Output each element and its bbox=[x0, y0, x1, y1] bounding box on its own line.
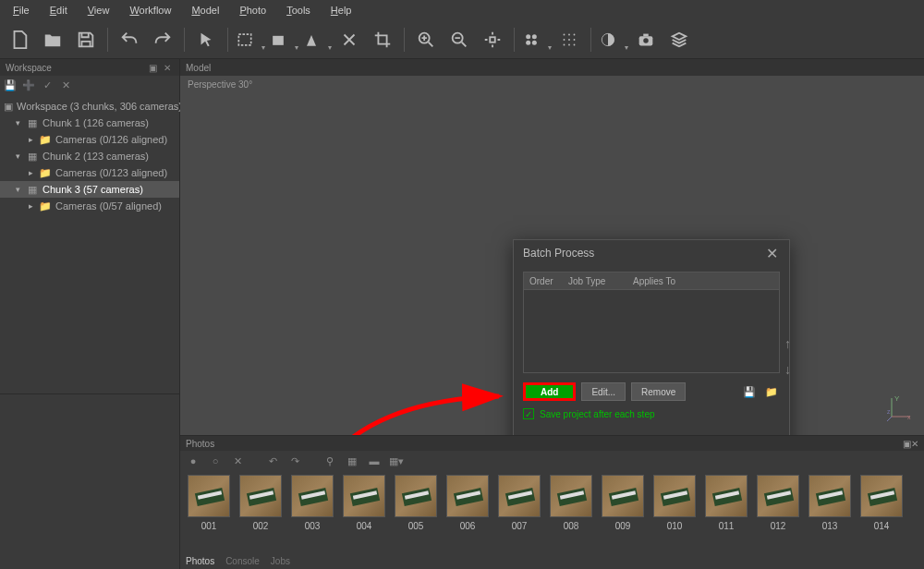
tab-jobs[interactable]: Jobs bbox=[271, 556, 290, 566]
svg-text:z: z bbox=[887, 408, 891, 415]
thumbnail[interactable]: 007 bbox=[498, 475, 541, 531]
col-jobtype[interactable]: Job Type bbox=[563, 276, 627, 286]
view-mode-icon[interactable] bbox=[522, 26, 550, 54]
menu-model[interactable]: Model bbox=[182, 2, 228, 18]
rotate-tool-icon[interactable] bbox=[302, 26, 330, 54]
menu-help[interactable]: Help bbox=[322, 2, 361, 18]
svg-point-17 bbox=[574, 43, 576, 45]
open-folder-icon[interactable] bbox=[39, 26, 67, 54]
thumbnail[interactable]: 003 bbox=[291, 475, 334, 531]
mini-close-icon[interactable]: ✕ bbox=[59, 79, 72, 91]
viewport[interactable]: Model Perspective 30° Y x z Batch Proces… bbox=[180, 59, 924, 569]
dock-icon[interactable]: ▣ bbox=[146, 61, 159, 74]
col-order[interactable]: Order bbox=[524, 276, 563, 286]
thumbnail[interactable]: 005 bbox=[395, 475, 437, 531]
tab-photos[interactable]: Photos bbox=[186, 556, 214, 566]
zoom-out-icon[interactable] bbox=[445, 26, 473, 54]
menu-workflow[interactable]: Workflow bbox=[120, 2, 180, 18]
job-list[interactable] bbox=[523, 290, 780, 373]
dialog-close-icon[interactable]: ✕ bbox=[763, 245, 780, 261]
menu-tools[interactable]: Tools bbox=[277, 2, 320, 18]
tab-console[interactable]: Console bbox=[225, 556, 260, 566]
thumbnail[interactable]: 014 bbox=[860, 475, 903, 531]
menu-photo[interactable]: Photo bbox=[230, 2, 275, 18]
save-icon[interactable] bbox=[72, 26, 100, 54]
mini-save-icon[interactable]: 💾 bbox=[4, 79, 17, 91]
checkbox-icon[interactable]: ✓ bbox=[523, 408, 534, 419]
save-list-icon[interactable]: 💾 bbox=[741, 384, 758, 399]
point-cloud-icon[interactable] bbox=[555, 26, 583, 54]
selection-rect-icon[interactable] bbox=[236, 26, 263, 54]
dock-icon[interactable]: ▣ bbox=[903, 439, 911, 449]
menu-edit[interactable]: Edit bbox=[41, 2, 77, 18]
caret-icon[interactable]: ▸ bbox=[26, 135, 35, 144]
move-down-icon[interactable]: ↓ bbox=[784, 362, 791, 377]
save-after-step-row[interactable]: ✓ Save project after each step bbox=[523, 408, 780, 419]
camera-icon[interactable] bbox=[632, 26, 660, 54]
tree-root[interactable]: ▣ Workspace (3 chunks, 306 cameras) bbox=[0, 98, 179, 115]
caret-icon[interactable]: ▾ bbox=[13, 118, 22, 127]
mask-icon[interactable]: ▦ bbox=[345, 454, 359, 468]
reorder-arrows: ↑ ↓ bbox=[784, 336, 791, 377]
tree-chunk-2[interactable]: ▾ ▦ Chunk 2 (123 cameras) bbox=[0, 148, 179, 164]
caret-icon[interactable]: ▸ bbox=[26, 168, 35, 177]
mini-check-icon[interactable]: ✓ bbox=[41, 79, 54, 91]
thumbnail-label: 012 bbox=[771, 521, 786, 531]
tree-cameras-2[interactable]: ▸ 📁 Cameras (0/123 aligned) bbox=[0, 164, 179, 181]
disable-icon[interactable]: ○ bbox=[208, 454, 223, 468]
new-file-icon[interactable] bbox=[6, 26, 33, 54]
thumbnail[interactable]: 009 bbox=[602, 475, 644, 531]
zoom-in-icon[interactable] bbox=[412, 26, 440, 54]
thumb-size-icon[interactable]: ▦▾ bbox=[389, 454, 404, 468]
thumbnail-label: 011 bbox=[719, 521, 735, 531]
viewport-tab[interactable]: Model bbox=[186, 63, 211, 73]
delete-icon[interactable] bbox=[335, 26, 363, 54]
remove-photo-icon[interactable]: ✕ bbox=[230, 454, 245, 468]
col-applies[interactable]: Applies To bbox=[627, 276, 779, 286]
thumbnail-label: 007 bbox=[512, 521, 528, 531]
rotate-right-icon[interactable]: ↷ bbox=[287, 454, 302, 468]
tree-chunk-3[interactable]: ▾ ▦ Chunk 3 (57 cameras) bbox=[0, 181, 179, 198]
thumbnail[interactable]: 001 bbox=[188, 475, 230, 531]
menu-view[interactable]: View bbox=[79, 2, 119, 18]
mini-add-icon[interactable]: ➕ bbox=[22, 79, 35, 91]
thumbnail[interactable]: 011 bbox=[705, 475, 748, 531]
caret-icon[interactable]: ▸ bbox=[26, 201, 35, 211]
open-list-icon[interactable]: 📁 bbox=[763, 384, 780, 399]
filter-icon[interactable]: ⚲ bbox=[322, 454, 337, 468]
undo-icon[interactable] bbox=[116, 26, 143, 54]
thumbnail-strip[interactable]: 0010020030040050060070080090100110120130… bbox=[180, 471, 924, 535]
redo-icon[interactable] bbox=[149, 26, 176, 54]
menu-file[interactable]: File bbox=[4, 2, 39, 18]
tree-cameras-3[interactable]: ▸ 📁 Cameras (0/57 aligned) bbox=[0, 198, 179, 214]
pointer-icon[interactable] bbox=[192, 26, 220, 54]
thumbnail[interactable]: 010 bbox=[653, 475, 696, 531]
layers-icon[interactable] bbox=[665, 26, 693, 54]
caret-icon[interactable]: ▾ bbox=[13, 151, 22, 161]
crop-icon[interactable] bbox=[369, 26, 396, 54]
details-icon[interactable]: ▬ bbox=[367, 454, 382, 468]
dialog-titlebar[interactable]: Batch Process ✕ bbox=[514, 240, 789, 266]
remove-button[interactable]: Remove bbox=[631, 382, 686, 401]
enable-icon[interactable]: ● bbox=[186, 454, 201, 468]
thumbnail[interactable]: 012 bbox=[757, 475, 799, 531]
edit-button[interactable]: Edit... bbox=[581, 382, 626, 401]
move-tool-icon[interactable] bbox=[269, 26, 297, 54]
add-button[interactable]: Add bbox=[523, 382, 576, 401]
tree-chunk-1[interactable]: ▾ ▦ Chunk 1 (126 cameras) bbox=[0, 115, 179, 131]
thumbnail[interactable]: 004 bbox=[343, 475, 385, 531]
workspace-title: Workspace bbox=[6, 63, 52, 73]
rotate-left-icon[interactable]: ↶ bbox=[265, 454, 280, 468]
thumbnail[interactable]: 013 bbox=[808, 475, 851, 531]
close-panel-icon[interactable]: ✕ bbox=[161, 61, 174, 74]
thumbnail[interactable]: 002 bbox=[239, 475, 282, 531]
shading-icon[interactable] bbox=[599, 26, 626, 54]
svg-point-14 bbox=[574, 39, 576, 41]
caret-icon[interactable]: ▾ bbox=[13, 185, 22, 194]
move-up-icon[interactable]: ↑ bbox=[784, 336, 791, 351]
zoom-fit-icon[interactable] bbox=[479, 26, 506, 54]
close-panel-icon[interactable]: ✕ bbox=[911, 439, 918, 449]
thumbnail[interactable]: 008 bbox=[550, 475, 592, 531]
thumbnail[interactable]: 006 bbox=[446, 475, 489, 531]
tree-cameras-1[interactable]: ▸ 📁 Cameras (0/126 aligned) bbox=[0, 131, 179, 148]
